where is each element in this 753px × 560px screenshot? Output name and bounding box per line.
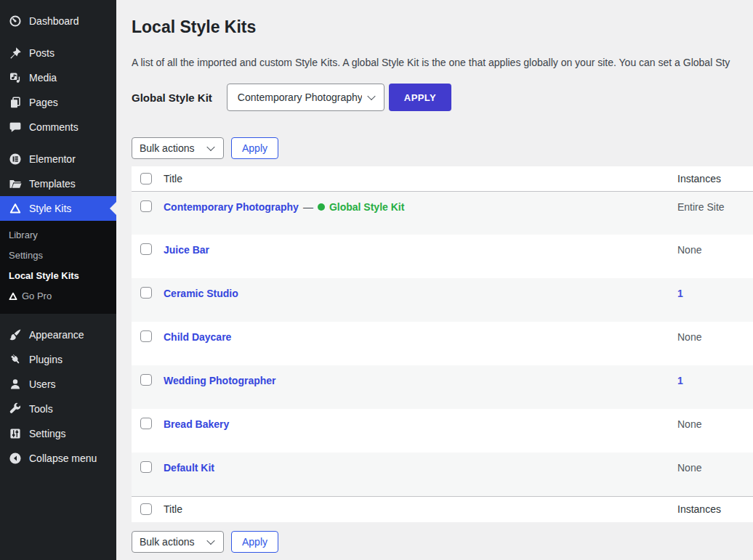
table-row: Wedding Photographer 1 bbox=[132, 365, 753, 409]
global-style-kit-label: Global Style Kit bbox=[132, 92, 212, 104]
sidebar-item-label: Media bbox=[29, 70, 57, 85]
bulk-actions-select[interactable]: Bulk actions bbox=[132, 531, 224, 553]
row-checkbox[interactable] bbox=[140, 330, 152, 342]
bulk-apply-button[interactable]: Apply bbox=[231, 531, 278, 553]
sidebar-item-label: Elementor bbox=[29, 152, 76, 166]
bulk-actions-select[interactable]: Bulk actions bbox=[132, 137, 224, 159]
sidebar-item-label: Comments bbox=[29, 120, 78, 134]
table-row: Default Kit None bbox=[132, 453, 753, 496]
style-kits-submenu: Library Settings Local Style Kits Go Pro bbox=[0, 221, 116, 314]
page-description: A list of all the imported and custom St… bbox=[132, 55, 753, 70]
wordpress-admin: Dashboard Posts Media Pages bbox=[0, 0, 753, 560]
bulk-actions-top: Bulk actions Apply bbox=[132, 137, 753, 159]
table-footer-row: Title Instances bbox=[132, 496, 753, 522]
sidebar-item-dashboard[interactable]: Dashboard bbox=[0, 9, 116, 33]
instances-value: None bbox=[677, 462, 701, 474]
bulk-actions-bottom: Bulk actions Apply bbox=[132, 531, 753, 553]
sidebar-item-label: Plugins bbox=[29, 352, 63, 367]
green-dot-icon bbox=[318, 203, 325, 211]
column-header-title[interactable]: Title bbox=[164, 166, 677, 191]
table-row: Bread Bakery None bbox=[132, 409, 753, 453]
pushpin-icon bbox=[9, 46, 22, 60]
sidebar-item-label: Users bbox=[29, 377, 56, 391]
sidebar-item-label: Pages bbox=[29, 95, 58, 110]
sidebar-item-label: Tools bbox=[29, 402, 53, 416]
instances-link[interactable]: 1 bbox=[677, 288, 683, 299]
sidebar-item-pages[interactable]: Pages bbox=[0, 90, 116, 115]
sidebar-item-style-kits[interactable]: Style Kits bbox=[0, 196, 116, 221]
column-footer-instances: Instances bbox=[677, 496, 753, 522]
instances-value: None bbox=[677, 418, 701, 430]
sidebar-item-appearance[interactable]: Appearance bbox=[0, 322, 116, 347]
bulk-actions-select-control[interactable]: Bulk actions bbox=[132, 138, 223, 158]
submenu-item-label: Local Style Kits bbox=[9, 269, 79, 283]
row-checkbox[interactable] bbox=[140, 418, 152, 429]
collapse-icon bbox=[9, 452, 22, 465]
sidebar-item-label: Collapse menu bbox=[29, 451, 97, 466]
sidebar-item-posts[interactable]: Posts bbox=[0, 41, 116, 65]
admin-sidebar: Dashboard Posts Media Pages bbox=[0, 0, 116, 560]
sidebar-item-label: Style Kits bbox=[29, 201, 71, 216]
sidebar-item-elementor[interactable]: Elementor bbox=[0, 147, 116, 171]
brush-icon bbox=[9, 328, 22, 341]
admin-menu: Dashboard Posts Media Pages bbox=[0, 0, 116, 471]
select-all-checkbox[interactable] bbox=[140, 503, 152, 515]
instances-link[interactable]: 1 bbox=[677, 375, 683, 386]
sidebar-item-settings[interactable]: Settings bbox=[0, 421, 116, 446]
column-footer-title[interactable]: Title bbox=[164, 496, 677, 522]
kit-title-link[interactable]: Juice Bar bbox=[164, 244, 209, 256]
row-checkbox[interactable] bbox=[140, 461, 152, 473]
submenu-item-go-pro[interactable]: Go Pro bbox=[0, 286, 116, 307]
sidebar-item-tools[interactable]: Tools bbox=[0, 397, 116, 421]
main-content: Local Style Kits A list of all the impor… bbox=[116, 0, 753, 560]
table-row: Ceramic Studio 1 bbox=[132, 278, 753, 322]
kit-title-link[interactable]: Default Kit bbox=[164, 462, 214, 474]
submenu-item-settings[interactable]: Settings bbox=[0, 245, 116, 266]
instances-value: Entire Site bbox=[677, 201, 725, 213]
kit-title-link[interactable]: Ceramic Studio bbox=[164, 288, 238, 299]
submenu-item-label: Go Pro bbox=[22, 289, 52, 304]
wrench-icon bbox=[9, 402, 22, 415]
submenu-item-label: Settings bbox=[9, 248, 43, 263]
sidebar-item-templates[interactable]: Templates bbox=[0, 171, 116, 196]
style-kits-table: Title Instances Contemporary Photography… bbox=[132, 166, 753, 522]
kit-title-link[interactable]: Wedding Photographer bbox=[164, 375, 276, 386]
sidebar-item-media[interactable]: Media bbox=[0, 65, 116, 90]
folder-icon bbox=[9, 177, 22, 190]
dashboard-icon bbox=[9, 15, 22, 28]
instances-value: None bbox=[677, 331, 701, 343]
comment-icon bbox=[9, 121, 22, 134]
table-header-row: Title Instances bbox=[132, 166, 753, 191]
kit-title-link[interactable]: Child Daycare bbox=[164, 331, 231, 343]
triangle-icon bbox=[9, 292, 17, 301]
kit-title-link[interactable]: Contemporary Photography bbox=[164, 201, 299, 213]
select-all-checkbox[interactable] bbox=[140, 173, 152, 184]
row-checkbox[interactable] bbox=[140, 287, 152, 299]
sidebar-item-label: Settings bbox=[29, 426, 66, 441]
global-kit-badge-label: Global Style Kit bbox=[329, 201, 404, 213]
instances-value: None bbox=[677, 244, 701, 256]
bulk-apply-button[interactable]: Apply bbox=[231, 137, 278, 159]
kit-title-link[interactable]: Bread Bakery bbox=[164, 418, 229, 430]
submenu-item-library[interactable]: Library bbox=[0, 225, 116, 245]
sidebar-item-plugins[interactable]: Plugins bbox=[0, 347, 116, 372]
sliders-icon bbox=[9, 427, 22, 440]
bulk-actions-select-control[interactable]: Bulk actions bbox=[132, 532, 223, 552]
submenu-item-local-style-kits[interactable]: Local Style Kits bbox=[0, 266, 116, 286]
pages-icon bbox=[9, 96, 22, 109]
page-title: Local Style Kits bbox=[132, 16, 753, 38]
row-checkbox[interactable] bbox=[140, 243, 152, 255]
global-kit-badge: Global Style Kit bbox=[318, 201, 404, 213]
row-checkbox[interactable] bbox=[140, 200, 152, 212]
row-checkbox[interactable] bbox=[140, 374, 152, 386]
collapse-menu-button[interactable]: Collapse menu bbox=[0, 446, 116, 471]
plug-icon bbox=[9, 353, 22, 366]
global-style-kit-select[interactable]: Contemporary Photography bbox=[227, 84, 384, 111]
sidebar-item-label: Templates bbox=[29, 176, 76, 191]
sidebar-item-users[interactable]: Users bbox=[0, 372, 116, 397]
table-row: Juice Bar None bbox=[132, 235, 753, 278]
sidebar-item-comments[interactable]: Comments bbox=[0, 115, 116, 139]
sidebar-item-label: Dashboard bbox=[29, 14, 79, 28]
global-style-kit-select-control[interactable]: Contemporary Photography bbox=[227, 84, 384, 110]
apply-global-kit-button[interactable]: APPLY bbox=[389, 84, 451, 111]
